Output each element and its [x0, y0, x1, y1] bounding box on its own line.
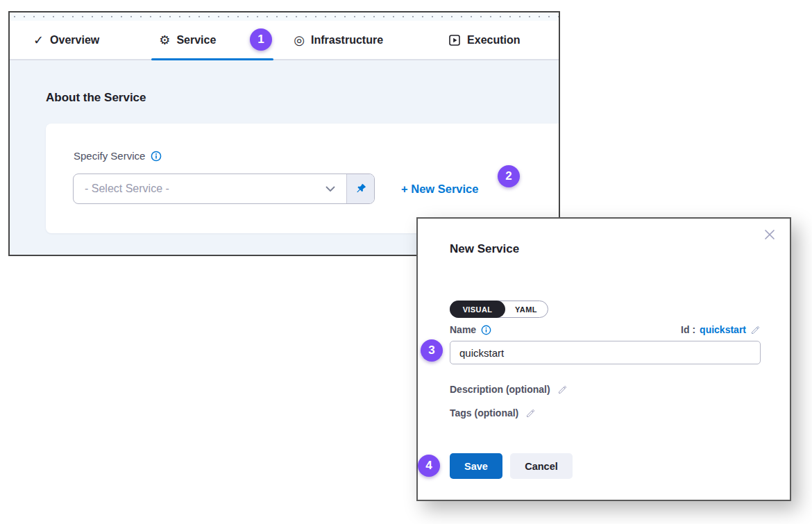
tab-service-label: Service [176, 34, 216, 47]
step-badge-2: 2 [498, 165, 520, 187]
edit-icon[interactable] [525, 408, 536, 419]
select-service-row: - Select Service - [73, 174, 478, 204]
page-canvas: ✓ Overview ⚙ Service ◎ Infrastructure Ex… [0, 0, 812, 524]
service-select-group: - Select Service - [73, 174, 375, 204]
service-id-line: Id : quickstart [681, 324, 761, 335]
cropped-edge-dotted-strip [10, 12, 559, 21]
name-label: Name [450, 324, 491, 335]
play-square-icon [448, 34, 461, 47]
tags-label: Tags (optional) [450, 407, 518, 419]
service-select-placeholder: - Select Service - [85, 183, 169, 195]
tab-infrastructure-label: Infrastructure [311, 34, 383, 47]
bullseye-icon: ◎ [294, 34, 305, 47]
check-icon: ✓ [33, 34, 44, 47]
step-badge-3: 3 [421, 339, 443, 362]
tab-overview[interactable]: ✓ Overview [33, 34, 99, 47]
tab-execution[interactable]: Execution [448, 34, 520, 47]
edit-icon[interactable] [557, 384, 568, 395]
name-input[interactable] [450, 341, 761, 364]
edit-icon[interactable] [750, 325, 761, 335]
visual-yaml-toggle: VISUAL YAML [450, 301, 548, 318]
modal-actions: Save Cancel [450, 453, 573, 479]
gear-icon: ⚙ [159, 34, 170, 47]
modal-title: New Service [450, 242, 519, 256]
tab-infrastructure[interactable]: ◎ Infrastructure [294, 34, 383, 47]
pin-button[interactable] [346, 174, 374, 203]
toggle-yaml[interactable]: YAML [505, 301, 548, 317]
tab-overview-label: Overview [50, 34, 99, 47]
toggle-visual[interactable]: VISUAL [450, 301, 505, 318]
new-service-button[interactable]: + New Service [401, 183, 478, 196]
name-row: Name Id : quickstart [450, 324, 761, 335]
pin-icon [355, 183, 367, 195]
tab-service[interactable]: ⚙ Service [159, 34, 216, 47]
id-prefix: Id : [681, 324, 695, 335]
section-heading: About the Service [46, 91, 146, 105]
stage-tabbar: ✓ Overview ⚙ Service ◎ Infrastructure Ex… [10, 21, 559, 60]
tab-execution-label: Execution [467, 34, 520, 47]
specify-service-label: Specify Service [74, 150, 162, 162]
cancel-button[interactable]: Cancel [510, 453, 573, 479]
new-service-modal: New Service VISUAL YAML Name Id : quicks… [416, 217, 791, 501]
service-select[interactable]: - Select Service - [74, 174, 346, 203]
info-icon[interactable] [481, 325, 491, 335]
step-badge-4: 4 [418, 455, 440, 477]
info-icon[interactable] [151, 151, 162, 162]
id-value-link[interactable]: quickstart [700, 324, 746, 335]
description-label: Description (optional) [450, 384, 550, 395]
tags-row: Tags (optional) [450, 407, 536, 419]
close-icon[interactable] [762, 227, 777, 242]
description-row: Description (optional) [450, 384, 568, 395]
save-button[interactable]: Save [450, 453, 502, 479]
chevron-down-icon [325, 186, 335, 192]
step-badge-1: 1 [250, 28, 272, 51]
